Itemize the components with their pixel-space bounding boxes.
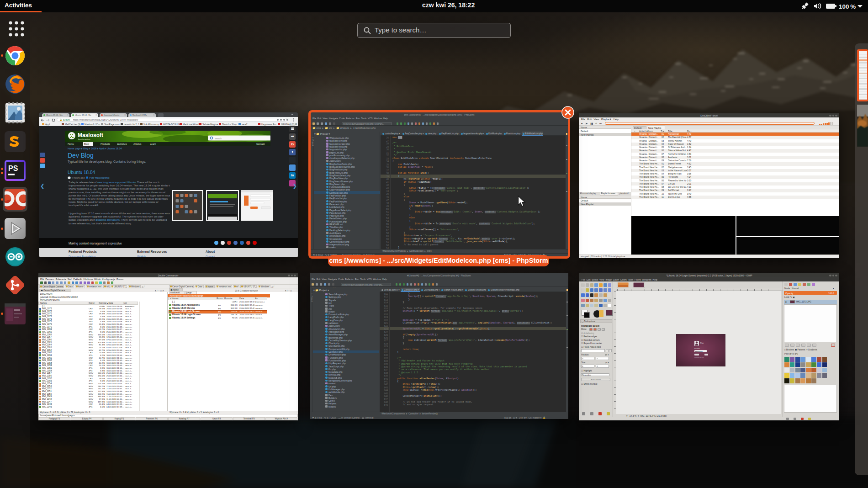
svg-text:●●●●●●●●: ●●●●●●●● [695, 350, 703, 352]
svg-text:100 %: 100 % [839, 3, 856, 10]
svg-text:born to system: born to system [78, 138, 90, 140]
svg-text:search: search [215, 137, 222, 140]
svg-text:Password: Password [694, 348, 700, 350]
svg-text:Maslosoft: Maslosoft [78, 132, 103, 138]
svg-text:Logowanie jako gosc: Logowanie jako gosc [694, 357, 704, 358]
svg-text:Piotr: Piotr [700, 342, 704, 344]
svg-text:PS: PS [8, 164, 18, 172]
